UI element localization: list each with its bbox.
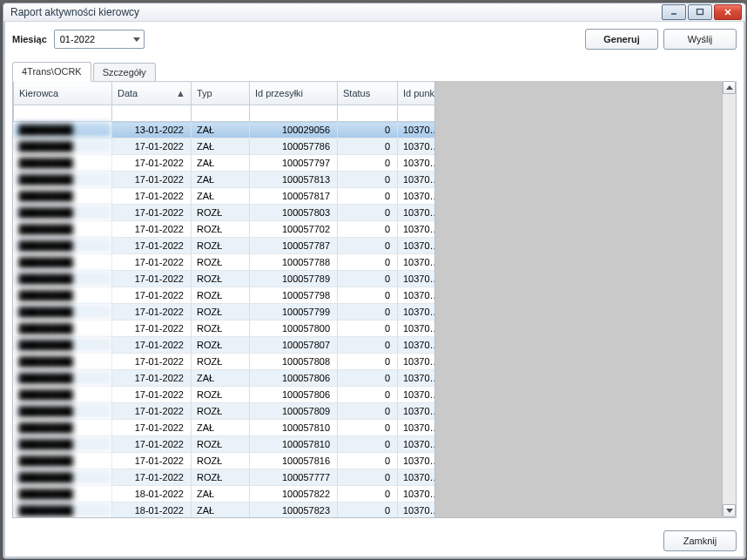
cell-point: 10370…	[398, 354, 435, 370]
cell-type: ROZŁ	[192, 403, 250, 420]
table-row[interactable]: ████████17-01-2022ZAŁ100057806010370…	[14, 370, 435, 387]
cell-point: 10370…	[398, 122, 435, 138]
cell-status: 0	[338, 453, 398, 469]
col-header-date[interactable]: Data ▲	[112, 82, 192, 105]
dialog-driver-activity-report: Raport aktywności kierowcy Miesiąc 01-20…	[3, 3, 746, 559]
generate-button[interactable]: Generuj	[585, 29, 658, 50]
table-row[interactable]: ████████17-01-2022ZAŁ100057797010370…	[14, 155, 435, 172]
scroll-down-icon[interactable]	[723, 504, 736, 517]
maximize-button[interactable]	[688, 4, 712, 20]
filter-ship[interactable]	[250, 105, 338, 122]
month-select[interactable]: 01-2022	[54, 30, 145, 49]
col-header-driver[interactable]: Kierowca	[14, 82, 112, 105]
table-row[interactable]: ████████17-01-2022ZAŁ100057810010370…	[14, 420, 435, 436]
cell-ship: 100057823	[250, 503, 338, 518]
grid-panel: Kierowca Data ▲ Typ Id przesyłki Status …	[12, 81, 737, 518]
table-row[interactable]: ████████17-01-2022ROZŁ100057798010370…	[14, 287, 435, 304]
cell-status: 0	[338, 271, 398, 287]
filter-point[interactable]	[398, 105, 435, 122]
cell-ship: 100057786	[250, 138, 338, 155]
col-header-point[interactable]: Id punktu	[398, 82, 435, 105]
cell-driver: ████████	[14, 287, 112, 304]
cell-status: 0	[338, 122, 398, 138]
table-row[interactable]: ████████17-01-2022ROZŁ100057808010370…	[14, 354, 435, 370]
table-row[interactable]: ████████17-01-2022ROZŁ100057800010370…	[14, 320, 435, 337]
filter-type[interactable]	[192, 105, 250, 122]
cell-type: ROZŁ	[192, 453, 250, 469]
table-row[interactable]: ████████17-01-2022ROZŁ100057788010370…	[14, 254, 435, 271]
table-row[interactable]: ████████17-01-2022ZAŁ100057817010370…	[14, 188, 435, 205]
cell-point: 10370…	[398, 403, 435, 420]
cell-status: 0	[338, 188, 398, 205]
close-button[interactable]	[714, 4, 742, 20]
filter-driver[interactable]	[14, 105, 112, 122]
cell-ship: 100057808	[250, 354, 338, 370]
grid-empty-area	[434, 81, 736, 517]
table-row[interactable]: ████████17-01-2022ROZŁ100057806010370…	[14, 387, 435, 403]
cell-point: 10370…	[398, 337, 435, 354]
table-row[interactable]: ████████18-01-2022ZAŁ100057823010370…	[14, 503, 435, 518]
cell-ship: 100057809	[250, 403, 338, 420]
col-header-status[interactable]: Status	[338, 82, 398, 105]
send-button[interactable]: Wyślij	[663, 29, 737, 50]
cell-driver: ████████	[14, 172, 112, 188]
tab-ocrk[interactable]: 4Trans\OCRK	[12, 62, 91, 82]
toolbar: Miesiąc 01-2022 Generuj Wyślij	[3, 22, 745, 55]
cell-status: 0	[338, 172, 398, 188]
cell-driver: ████████	[14, 254, 112, 271]
cell-driver: ████████	[14, 304, 112, 320]
cell-status: 0	[338, 205, 398, 221]
cell-driver: ████████	[14, 238, 112, 254]
filter-status[interactable]	[338, 105, 398, 122]
filter-row	[14, 105, 435, 122]
table-row[interactable]: ████████17-01-2022ROZŁ100057787010370…	[14, 238, 435, 254]
cell-type: ZAŁ	[192, 155, 250, 172]
cell-type: ROZŁ	[192, 205, 250, 221]
titlebar[interactable]: Raport aktywności kierowcy	[3, 3, 745, 22]
tab-details[interactable]: Szczegóły	[93, 63, 156, 82]
cell-status: 0	[338, 221, 398, 238]
cell-date: 17-01-2022	[112, 271, 192, 287]
filter-date[interactable]	[112, 105, 192, 122]
cell-date: 17-01-2022	[112, 304, 192, 320]
scroll-up-icon[interactable]	[723, 81, 736, 94]
col-header-type[interactable]: Typ	[192, 82, 250, 105]
cell-status: 0	[338, 469, 398, 486]
cell-point: 10370…	[398, 486, 435, 503]
table-row[interactable]: ████████17-01-2022ZAŁ100057813010370…	[14, 172, 435, 188]
vertical-scrollbar[interactable]	[722, 81, 736, 517]
cell-ship: 100057797	[250, 155, 338, 172]
table-row[interactable]: ████████17-01-2022ROZŁ100057789010370…	[14, 271, 435, 287]
cell-status: 0	[338, 320, 398, 337]
table-row[interactable]: ████████17-01-2022ROZŁ100057809010370…	[14, 403, 435, 420]
cell-ship: 100057810	[250, 420, 338, 436]
cell-date: 17-01-2022	[112, 221, 192, 238]
cell-date: 17-01-2022	[112, 403, 192, 420]
cell-type: ZAŁ	[192, 370, 250, 387]
cell-driver: ████████	[14, 403, 112, 420]
cell-driver: ████████	[14, 370, 112, 387]
table-row[interactable]: ████████17-01-2022ZAŁ100057786010370…	[14, 138, 435, 155]
table-row[interactable]: ████████17-01-2022ROZŁ100057803010370…	[14, 205, 435, 221]
cell-status: 0	[338, 420, 398, 436]
table-row[interactable]: ████████17-01-2022ROZŁ100057777010370…	[14, 469, 435, 486]
table-row[interactable]: ████████17-01-2022ROZŁ100057807010370…	[14, 337, 435, 354]
table-row[interactable]: ████████17-01-2022ROZŁ100057702010370…	[14, 221, 435, 238]
table-row[interactable]: ████████17-01-2022ROZŁ100057799010370…	[14, 304, 435, 320]
cell-point: 10370…	[398, 221, 435, 238]
cell-driver: ████████	[14, 122, 112, 138]
close-dialog-button[interactable]: Zamknij	[663, 530, 737, 551]
cell-driver: ████████	[14, 138, 112, 155]
minimize-button[interactable]	[662, 4, 686, 20]
table-row[interactable]: ████████17-01-2022ROZŁ100057810010370…	[14, 436, 435, 453]
cell-date: 17-01-2022	[112, 387, 192, 403]
cell-driver: ████████	[14, 155, 112, 172]
cell-type: ZAŁ	[192, 188, 250, 205]
col-header-ship[interactable]: Id przesyłki	[250, 82, 338, 105]
table-row[interactable]: ████████17-01-2022ROZŁ100057816010370…	[14, 453, 435, 469]
table-row[interactable]: ████████18-01-2022ZAŁ100057822010370…	[14, 486, 435, 503]
table-row[interactable]: ████████13-01-2022ZAŁ100029056010370…	[14, 122, 435, 138]
cell-status: 0	[338, 238, 398, 254]
cell-point: 10370…	[398, 420, 435, 436]
cell-driver: ████████	[14, 337, 112, 354]
